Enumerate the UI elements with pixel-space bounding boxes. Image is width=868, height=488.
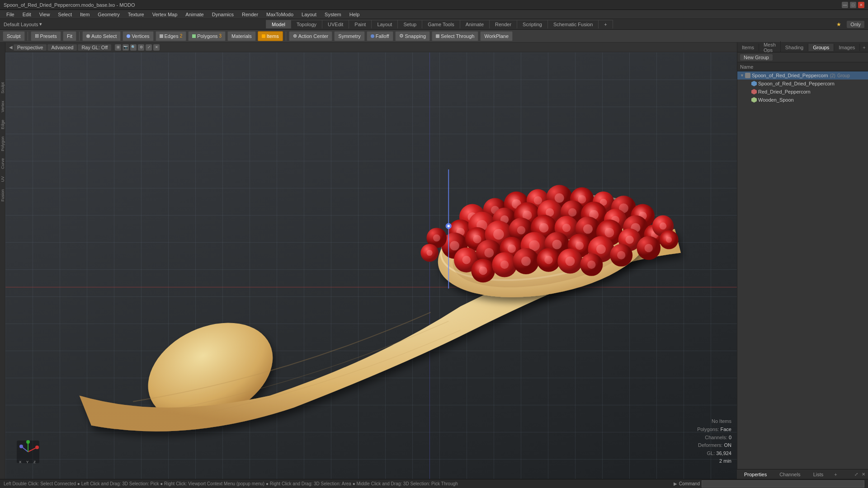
- viewport-icon-settings[interactable]: ⚙: [138, 44, 144, 51]
- tab-game-tools[interactable]: Game Tools: [422, 20, 460, 28]
- polygons-button[interactable]: Polygons 3: [188, 31, 226, 41]
- menu-help[interactable]: Help: [346, 11, 363, 18]
- only-button[interactable]: Only: [847, 21, 864, 28]
- tab-scripting[interactable]: Scripting: [517, 20, 548, 28]
- symmetry-button[interactable]: Symmetry: [334, 31, 365, 41]
- viewport-icon-grid[interactable]: ⊞: [115, 44, 121, 51]
- group-row-item2[interactable]: ▶ Red_Dried_Peppercorn: [737, 88, 868, 96]
- tab-topology[interactable]: Topology: [291, 20, 322, 28]
- layout-dropdown-icon[interactable]: ▾: [39, 21, 42, 27]
- left-tab-fusion[interactable]: Fusion: [0, 186, 5, 205]
- svg-point-85: [544, 256, 552, 264]
- menu-animate[interactable]: Animate: [182, 11, 207, 18]
- viewport-canvas[interactable]: X Y Z No Items Polygons: Face Channels: …: [5, 52, 737, 479]
- bp-tab-properties[interactable]: Properties: [740, 471, 771, 478]
- left-tab-edge[interactable]: Edge: [0, 116, 5, 133]
- rp-tab-items[interactable]: Items: [737, 44, 759, 51]
- viewport-icon-camera[interactable]: 📷: [123, 44, 129, 51]
- fit-button[interactable]: Fit: [63, 31, 76, 41]
- presets-button[interactable]: ⊞ Presets: [31, 31, 61, 41]
- rp-tab-mesh-ops[interactable]: Mesh Ops: [759, 41, 781, 54]
- new-group-button[interactable]: New Group: [740, 54, 773, 61]
- minimize-button[interactable]: —: [842, 2, 848, 8]
- bp-tab-add[interactable]: +: [831, 471, 840, 478]
- left-tab-uv[interactable]: UV: [0, 173, 5, 186]
- tab-animate[interactable]: Animate: [460, 20, 490, 28]
- viewport-area[interactable]: ◀ Perspective Advanced Ray GL: Off ⊞ 📷 🔍…: [5, 42, 737, 479]
- edges-icon: [160, 34, 163, 38]
- tab-paint[interactable]: Paint: [349, 20, 372, 28]
- tab-model[interactable]: Model: [266, 20, 291, 28]
- menu-select[interactable]: Select: [54, 11, 75, 18]
- auto-select-button[interactable]: Auto Select: [82, 31, 121, 41]
- tab-uvedit[interactable]: UVEdit: [322, 20, 349, 28]
- group-row-item1[interactable]: ▶ Spoon_of_Red_Dried_Peppercorn: [737, 80, 868, 88]
- star-button[interactable]: ★: [836, 21, 841, 28]
- viewport-icon-zoom[interactable]: 🔍: [130, 44, 137, 51]
- menu-system[interactable]: System: [321, 11, 345, 18]
- menu-dynamics[interactable]: Dynamics: [208, 11, 237, 18]
- maximize-button[interactable]: □: [850, 2, 856, 8]
- menu-bar: File Edit View Select Item Geometry Text…: [0, 10, 868, 19]
- viewport-raygl-button[interactable]: Ray GL: Off: [78, 44, 111, 51]
- menu-layout[interactable]: Layout: [298, 11, 320, 18]
- workplane-button[interactable]: WorkPlane: [480, 31, 513, 41]
- group-row-root[interactable]: ▼ Spoon_of_Red_Dried_Peppercorn (2) Grou…: [737, 71, 868, 80]
- viewport-collapse-icon[interactable]: ◀: [9, 45, 13, 50]
- menu-render[interactable]: Render: [238, 11, 262, 18]
- command-input[interactable]: [702, 480, 864, 488]
- group-row-item3[interactable]: ▶ Wooden_Spoon: [737, 96, 868, 104]
- rp-tab-add[interactable]: +: [860, 44, 868, 51]
- edges-count: 2: [180, 33, 183, 38]
- viewport-icon-expand[interactable]: ⤢: [146, 44, 152, 51]
- svg-point-53: [562, 224, 571, 232]
- tab-layout[interactable]: Layout: [372, 20, 398, 28]
- left-tab-sculpt[interactable]: Sculpt: [0, 79, 5, 97]
- sculpt-button[interactable]: Sculpt: [3, 31, 25, 41]
- panel-close-icon[interactable]: ✕: [862, 472, 865, 477]
- left-tab-vertex[interactable]: Vertex: [0, 97, 5, 116]
- rp-tab-shading[interactable]: Shading: [781, 44, 808, 51]
- left-tab-curve[interactable]: Curve: [0, 155, 5, 173]
- layout-selector[interactable]: Default Layouts ▾: [4, 21, 42, 27]
- menu-edit[interactable]: Edit: [19, 11, 35, 18]
- deformers-stat-label: Deformers:: [698, 442, 722, 448]
- group-tag-type: Group: [837, 73, 850, 78]
- menu-item[interactable]: Item: [76, 11, 93, 18]
- tab-setup[interactable]: Setup: [398, 20, 422, 28]
- action-center-button[interactable]: ⊕ Action Center: [289, 31, 333, 41]
- materials-button[interactable]: Materials: [227, 31, 256, 41]
- panel-expand-icon[interactable]: ⤢: [854, 472, 858, 477]
- falloff-button[interactable]: Falloff: [367, 31, 393, 41]
- tab-add[interactable]: +: [599, 20, 613, 28]
- edges-button[interactable]: Edges 2: [156, 31, 187, 41]
- polygons-count: 3: [219, 33, 222, 38]
- group-icon-item2: [751, 89, 757, 94]
- menu-view[interactable]: View: [36, 11, 54, 18]
- main-area: Sculpt Vertex Edge Polygon Curve UV Fusi…: [0, 42, 868, 479]
- bp-tab-channels[interactable]: Channels: [775, 471, 805, 478]
- select-through-button[interactable]: Select Through: [432, 31, 478, 41]
- menu-geometry[interactable]: Geometry: [94, 11, 123, 18]
- rp-tab-groups[interactable]: Groups: [808, 44, 834, 51]
- rp-tab-images[interactable]: Images: [834, 44, 860, 51]
- tab-render[interactable]: Render: [490, 20, 517, 28]
- gl-stat-val: 36,924: [716, 450, 731, 456]
- items-button[interactable]: Items: [258, 31, 283, 41]
- menu-vertex-map[interactable]: Vertex Map: [149, 11, 181, 18]
- left-tab-polygon[interactable]: Polygon: [0, 133, 5, 155]
- status-hint-text: Left Double Click: Select Connected ● Le…: [4, 481, 674, 486]
- bp-tab-lists[interactable]: Lists: [809, 471, 828, 478]
- vertices-button[interactable]: Vertices: [123, 31, 153, 41]
- viewport-icon-close[interactable]: ✕: [153, 44, 160, 51]
- viewport-advanced-button[interactable]: Advanced: [47, 44, 77, 51]
- tab-schematic-fusion[interactable]: Schematic Fusion: [548, 20, 599, 28]
- menu-file[interactable]: File: [3, 11, 18, 18]
- groups-panel: New Group Name ▼ Spoon_of_Red_Dried_Pepp…: [737, 52, 868, 479]
- viewport-perspective-button[interactable]: Perspective: [14, 44, 47, 51]
- snapping-button[interactable]: ⚙ Snapping: [395, 31, 430, 41]
- vertices-icon: [127, 34, 130, 38]
- menu-texture[interactable]: Texture: [124, 11, 148, 18]
- close-button[interactable]: ✕: [858, 2, 864, 8]
- menu-maxtomodo[interactable]: MaxToModo: [263, 11, 297, 18]
